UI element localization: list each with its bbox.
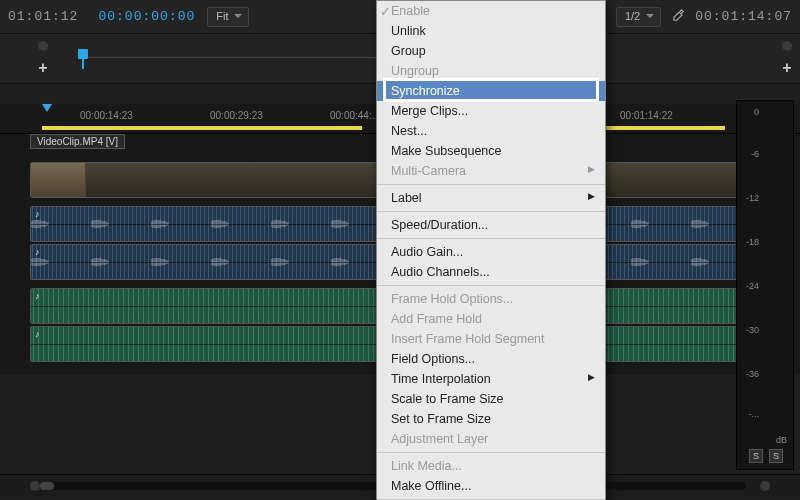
meter-label: -... — [749, 409, 760, 419]
ruler-tick: 00:01:14:22 — [620, 110, 673, 121]
ruler-tick: 00:00:14:23 — [80, 110, 133, 121]
menu-item-label: Nest... — [391, 124, 427, 138]
clip-thumbnail — [31, 163, 86, 197]
menu-item-label: Audio Channels... — [391, 265, 490, 279]
left-knob-icon[interactable] — [38, 41, 48, 51]
menu-item-label[interactable]: Label — [377, 188, 605, 208]
menu-item-field-options[interactable]: Field Options... — [377, 349, 605, 369]
clip-name-label[interactable]: VideoClip.MP4 [V] — [30, 134, 125, 149]
chevron-down-icon — [234, 14, 242, 18]
menu-item-scale-to-frame-size[interactable]: Scale to Frame Size — [377, 389, 605, 409]
menu-item-label: Synchronize — [391, 84, 460, 98]
work-area-bar[interactable] — [595, 126, 725, 130]
mini-timeline[interactable] — [78, 47, 378, 71]
meter-label: 0 — [754, 107, 759, 117]
right-knob-icon[interactable] — [782, 41, 792, 51]
zoom-fit-label: Fit — [216, 10, 228, 22]
sequence-timecode: 01:01:12 — [8, 9, 78, 24]
menu-item-label: Enable — [391, 4, 430, 18]
solo-button-right[interactable]: S — [769, 449, 783, 463]
menu-item-label: Multi-Camera — [391, 164, 466, 178]
menu-item-label: Ungroup — [391, 64, 439, 78]
menu-item-add-frame-hold: Add Frame Hold — [377, 309, 605, 329]
menu-item-label: Merge Clips... — [391, 104, 468, 118]
meter-unit: dB — [776, 435, 787, 445]
menu-item-group[interactable]: Group — [377, 41, 605, 61]
menu-item-set-to-frame-size[interactable]: Set to Frame Size — [377, 409, 605, 429]
menu-item-label: Link Media... — [391, 459, 462, 473]
playhead-indicator-icon[interactable] — [42, 104, 52, 112]
menu-item-label: Adjustment Layer — [391, 432, 488, 446]
ruler-tick: 00:00:29:23 — [210, 110, 263, 121]
menu-item-label: Time Interpolation — [391, 372, 491, 386]
menu-separator — [377, 184, 605, 185]
menu-item-enable: ✓Enable — [377, 1, 605, 21]
ruler-tick: 00:00:44:... — [330, 110, 380, 121]
menu-item-label: Scale to Frame Size — [391, 392, 504, 406]
menu-separator — [377, 211, 605, 212]
audio-meter: 0 -6 -12 -18 -24 -30 -36 -... dB S S — [736, 100, 794, 470]
menu-item-label: Label — [391, 191, 422, 205]
menu-item-nest[interactable]: Nest... — [377, 121, 605, 141]
menu-item-adjustment-layer: Adjustment Layer — [377, 429, 605, 449]
menu-item-label: Add Frame Hold — [391, 312, 482, 326]
duration-timecode: 00:01:14:07 — [695, 9, 792, 24]
zoom-handle-right[interactable] — [760, 481, 770, 491]
add-button-left[interactable]: + — [38, 59, 47, 77]
menu-item-label: Audio Gain... — [391, 245, 463, 259]
resolution-label: 1/2 — [625, 10, 640, 22]
meter-label: -36 — [746, 369, 759, 379]
menu-item-label: Make Offline... — [391, 479, 471, 493]
menu-item-merge-clips[interactable]: Merge Clips... — [377, 101, 605, 121]
menu-item-multi-camera: Multi-Camera — [377, 161, 605, 181]
work-area-bar[interactable] — [42, 126, 362, 130]
meter-label: -30 — [746, 325, 759, 335]
playhead-timecode[interactable]: 00:00:00:00 — [98, 9, 195, 24]
solo-button-left[interactable]: S — [749, 449, 763, 463]
clip-context-menu: ✓EnableUnlinkGroupUngroupSynchronizeMerg… — [376, 0, 606, 500]
menu-separator — [377, 452, 605, 453]
meter-label: -24 — [746, 281, 759, 291]
zoom-fit-dropdown[interactable]: Fit — [207, 7, 249, 27]
meter-label: -18 — [746, 237, 759, 247]
add-button-right[interactable]: + — [782, 59, 791, 77]
menu-item-label: Group — [391, 44, 426, 58]
menu-item-label: Make Subsequence — [391, 144, 502, 158]
menu-item-label: Field Options... — [391, 352, 475, 366]
mini-timeline-track — [78, 57, 378, 58]
menu-item-make-subsequence[interactable]: Make Subsequence — [377, 141, 605, 161]
menu-item-time-interpolation[interactable]: Time Interpolation — [377, 369, 605, 389]
meter-label: -12 — [746, 193, 759, 203]
playhead-icon[interactable] — [78, 49, 88, 59]
zoom-handle-left[interactable] — [30, 481, 40, 491]
settings-wrench-icon[interactable] — [671, 8, 685, 25]
menu-item-unlink[interactable]: Unlink — [377, 21, 605, 41]
menu-item-frame-hold-options: Frame Hold Options... — [377, 289, 605, 309]
menu-item-label: Insert Frame Hold Segment — [391, 332, 545, 346]
scrollbar-thumb[interactable] — [40, 482, 54, 490]
menu-item-insert-frame-hold-segment: Insert Frame Hold Segment — [377, 329, 605, 349]
menu-item-synchronize[interactable]: Synchronize — [377, 81, 605, 101]
menu-item-speed-duration[interactable]: Speed/Duration... — [377, 215, 605, 235]
meter-label: -6 — [751, 149, 759, 159]
chevron-down-icon — [646, 14, 654, 18]
menu-item-label: Set to Frame Size — [391, 412, 491, 426]
menu-separator — [377, 238, 605, 239]
menu-item-audio-gain[interactable]: Audio Gain... — [377, 242, 605, 262]
menu-separator — [377, 285, 605, 286]
menu-item-ungroup: Ungroup — [377, 61, 605, 81]
resolution-dropdown[interactable]: 1/2 — [616, 7, 661, 27]
menu-item-link-media: Link Media... — [377, 456, 605, 476]
menu-item-label: Unlink — [391, 24, 426, 38]
check-icon: ✓ — [380, 4, 391, 19]
menu-item-audio-channels[interactable]: Audio Channels... — [377, 262, 605, 282]
menu-item-label: Speed/Duration... — [391, 218, 488, 232]
menu-item-make-offline[interactable]: Make Offline... — [377, 476, 605, 496]
menu-item-label: Frame Hold Options... — [391, 292, 513, 306]
